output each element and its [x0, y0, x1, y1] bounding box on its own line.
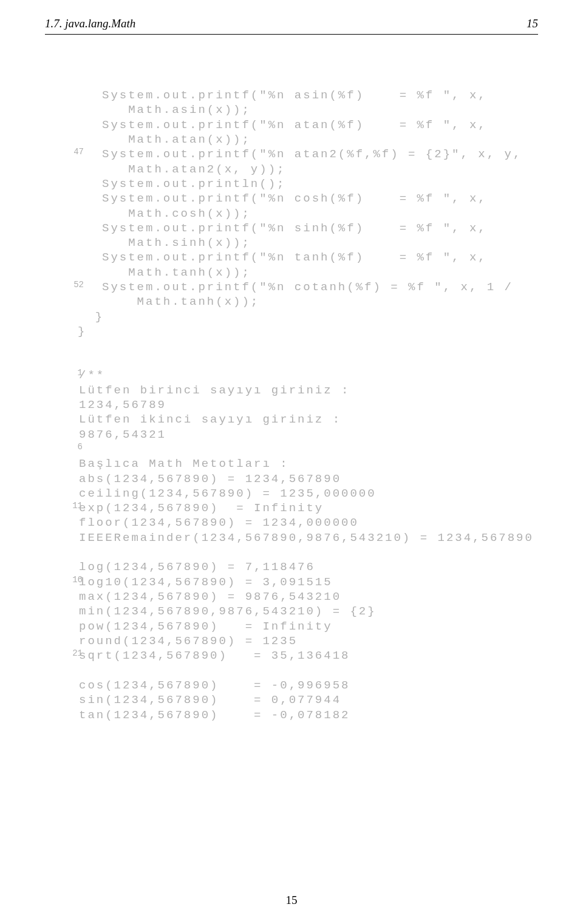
code-line: 16log10(1234,567890) = 3,091515	[79, 575, 522, 589]
code-line: 21sqrt(1234,567890) = 35,136418	[79, 648, 522, 663]
page-number-top: 15	[527, 17, 538, 30]
code-line	[79, 545, 522, 560]
line-number: 21	[64, 648, 83, 659]
code-text: /**	[79, 369, 105, 382]
code-line: Math.sinh(x));	[102, 236, 504, 250]
code-line: Math.atan(x));	[102, 132, 504, 147]
code-line: System.out.printf("%n cosh(%f) = %f ", x…	[102, 191, 504, 206]
code-text: System.out.printf("%n atan2(%f,%f) = {2}…	[102, 148, 522, 161]
page-footer: 15	[0, 894, 583, 907]
code-line: Başlıca Math Metotları :	[79, 457, 522, 471]
code-line: System.out.printf("%n tanh(%f) = %f ", x…	[102, 250, 504, 265]
line-number: 47	[66, 147, 84, 158]
code-line: log(1234,567890) = 7,118476	[79, 560, 522, 574]
code-line: }	[78, 324, 504, 339]
code-line: abs(1234,567890) = 1234,567890	[79, 472, 522, 486]
section-title: 1.7. java.lang.Math	[45, 17, 135, 30]
code-line: 9876,54321	[79, 427, 522, 442]
code-text: System.out.printf("%n cotanh(%f) = %f ",…	[102, 280, 513, 294]
code-line	[79, 664, 522, 678]
code-text: exp(1234,567890) = Infinity	[79, 501, 324, 515]
code-line: System.out.printf("%n sinh(%f) = %f ", x…	[102, 221, 504, 236]
code-line: IEEERemainder(1234,567890,9876,543210) =…	[79, 531, 522, 545]
code-line: }	[78, 310, 504, 324]
code-line: Math.cosh(x));	[102, 206, 504, 221]
code-line: 11exp(1234,567890) = Infinity	[79, 501, 522, 515]
code-line: 52System.out.printf("%n cotanh(%f) = %f …	[102, 280, 504, 294]
code-line: Math.asin(x));	[102, 103, 504, 117]
code-line: 47System.out.printf("%n atan2(%f,%f) = {…	[102, 147, 504, 161]
code-line: cos(1234,567890) = -0,996958	[79, 678, 522, 693]
code-line: sin(1234,567890) = 0,077944	[79, 693, 522, 707]
code-line: System.out.println();	[102, 177, 504, 191]
code-line: tan(1234,567890) = -0,078182	[79, 708, 522, 722]
code-text: log10(1234,567890) = 3,091515	[79, 576, 333, 589]
code-line: 1/**	[79, 368, 522, 382]
code-line: System.out.printf("%n atan(%f) = %f ", x…	[102, 118, 504, 132]
code-line: Math.atan2(x, y));	[102, 162, 504, 177]
code-line: ceiling(1234,567890) = 1235,000000	[79, 486, 522, 501]
code-listing-2: 1/** Lütfen birinci sayıyı giriniz : 123…	[79, 368, 522, 722]
code-line: min(1234,567890,9876,543210) = {2}	[79, 604, 522, 619]
code-line: Lütfen birinci sayıyı giriniz :	[79, 383, 522, 398]
code-line: System.out.printf("%n asin(%f) = %f ", x…	[102, 88, 504, 103]
code-line: max(1234,567890) = 9876,543210	[79, 589, 522, 604]
code-line	[79, 442, 522, 457]
code-line: floor(1234,567890) = 1234,000000	[79, 515, 522, 530]
line-number: 16	[64, 575, 83, 586]
code-line: 1234,56789	[79, 398, 522, 412]
line-number: 11	[64, 501, 83, 512]
line-number: 1	[64, 368, 83, 379]
code-line: Math.tanh(x));	[102, 294, 504, 309]
code-line: round(1234,567890) = 1235	[79, 634, 522, 648]
page-number-bottom: 15	[286, 894, 298, 906]
line-number: 6	[64, 442, 83, 453]
line-number: 52	[66, 280, 84, 291]
code-line: Lütfen ikinci sayıyı giriniz :	[79, 412, 522, 427]
code-listing-1: System.out.printf("%n asin(%f) = %f ", x…	[102, 88, 504, 339]
page-header: 1.7. java.lang.Math 15	[0, 0, 583, 34]
header-rule	[45, 34, 538, 35]
code-text: sqrt(1234,567890) = 35,136418	[79, 649, 350, 662]
code-line: pow(1234,567890) = Infinity	[79, 619, 522, 634]
code-line: Math.tanh(x));	[102, 265, 504, 280]
